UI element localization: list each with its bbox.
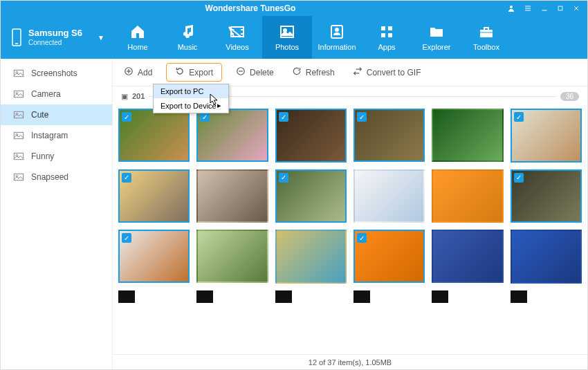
sidebar: ScreenshotsCameraCuteInstagramFunnySnaps… <box>1 59 113 369</box>
tab-information[interactable]: Information <box>312 16 362 59</box>
sidebar-item-instagram[interactable]: Instagram <box>1 125 112 146</box>
header-bar: Samsung S6 Connected ▼ HomeMusicVideosPh… <box>1 16 587 59</box>
tab-label: Toolbox <box>473 43 499 51</box>
checkmark-icon: ✓ <box>514 112 524 122</box>
album-icon <box>13 173 24 181</box>
plus-icon <box>124 66 134 78</box>
device-selector[interactable]: Samsung S6 Connected ▼ <box>1 16 113 59</box>
tab-photos[interactable]: Photos <box>262 16 312 59</box>
photo-grid: ✓✓✓✓✓✓✓✓✓✓ <box>118 109 582 284</box>
chevron-down-icon: ▼ <box>98 34 104 41</box>
sidebar-item-label: Snapseed <box>31 172 68 182</box>
photo-thumbnail[interactable] <box>196 230 268 283</box>
minus-icon <box>236 66 246 78</box>
svg-rect-21 <box>381 26 385 30</box>
tab-label: Apps <box>378 43 395 51</box>
photo-grid-scroll[interactable]: ✓✓✓✓✓✓✓✓✓✓ <box>113 106 587 354</box>
photo-thumbnail[interactable] <box>432 109 503 162</box>
photo-thumbnail[interactable]: ✓ <box>353 230 425 283</box>
refresh-button[interactable]: Refresh <box>288 64 339 81</box>
photo-thumbnail[interactable]: ✓ <box>275 109 347 163</box>
delete-label: Delete <box>250 68 274 77</box>
tab-apps[interactable]: Apps <box>362 16 412 59</box>
photo-thumbnail[interactable] <box>432 290 448 303</box>
music-icon <box>178 24 196 40</box>
photo-thumbnail[interactable] <box>511 230 582 284</box>
collapse-icon[interactable]: ▣ <box>121 92 128 101</box>
photo-thumbnail[interactable]: ✓ <box>118 109 190 162</box>
photo-thumbnail[interactable]: ✓ <box>196 109 268 162</box>
photo-thumbnail[interactable] <box>511 290 527 303</box>
sidebar-item-cute[interactable]: Cute <box>1 104 112 125</box>
add-button[interactable]: Add <box>120 64 156 81</box>
device-name: Samsung S6 <box>28 28 82 38</box>
checkmark-icon: ✓ <box>122 233 131 243</box>
sidebar-item-snapseed[interactable]: Snapseed <box>1 167 112 187</box>
device-info: Samsung S6 Connected <box>28 28 82 46</box>
photo-thumbnail[interactable]: ✓ <box>511 109 582 163</box>
photo-thumbnail[interactable] <box>353 290 370 303</box>
minimize-icon[interactable] <box>540 4 549 12</box>
sidebar-item-funny[interactable]: Funny <box>1 146 112 167</box>
album-icon <box>13 131 24 140</box>
photo-thumbnail[interactable]: ✓ <box>511 169 582 223</box>
body: ScreenshotsCameraCuteInstagramFunnySnaps… <box>1 59 587 369</box>
sidebar-item-screenshots[interactable]: Screenshots <box>1 63 112 84</box>
svg-rect-23 <box>381 33 385 37</box>
maximize-icon[interactable] <box>557 4 564 12</box>
svg-rect-31 <box>14 111 23 118</box>
photo-thumbnail[interactable] <box>196 290 213 303</box>
delete-button[interactable]: Delete <box>232 64 278 81</box>
svg-point-20 <box>336 28 338 31</box>
convert-gif-button[interactable]: Convert to GIF <box>349 64 425 81</box>
photo-thumbnail[interactable] <box>118 290 135 303</box>
photo-thumbnail[interactable]: ✓ <box>353 109 425 162</box>
photo-thumbnail[interactable]: ✓ <box>275 169 347 223</box>
checkmark-icon: ✓ <box>357 112 367 122</box>
photo-thumbnail[interactable]: ✓ <box>118 230 190 283</box>
status-text: 12 of 37 item(s), 1.05MB <box>309 358 392 367</box>
photo-thumbnail[interactable] <box>275 230 347 284</box>
tab-toolbox[interactable]: Toolbox <box>461 16 511 59</box>
photo-thumbnail[interactable] <box>432 169 503 223</box>
group-year: 201 <box>132 92 145 100</box>
tab-explorer[interactable]: Explorer <box>412 16 461 59</box>
svg-rect-22 <box>388 26 392 30</box>
tab-label: Home <box>127 43 147 51</box>
close-icon[interactable] <box>572 4 580 12</box>
tab-music[interactable]: Music <box>163 16 212 59</box>
svg-rect-5 <box>558 6 562 10</box>
toolbox-icon <box>477 24 495 40</box>
photo-thumbnail[interactable] <box>432 230 503 283</box>
photo-thumbnail[interactable] <box>196 169 268 223</box>
menu-icon[interactable] <box>524 4 532 12</box>
tab-home[interactable]: Home <box>113 16 163 59</box>
explorer-icon <box>428 24 445 40</box>
sidebar-item-camera[interactable]: Camera <box>1 84 112 104</box>
titlebar: Wondershare TunesGo <box>1 1 587 16</box>
sidebar-item-label: Funny <box>31 151 54 161</box>
svg-rect-33 <box>14 132 23 138</box>
tab-label: Information <box>318 43 356 51</box>
photos-icon <box>278 24 296 40</box>
checkmark-icon: ✓ <box>357 233 367 243</box>
photo-thumbnail[interactable] <box>275 290 292 303</box>
app-window: { "title": "Wondershare TunesGo", "devic… <box>0 0 588 370</box>
checkmark-icon: ✓ <box>200 112 210 122</box>
tab-videos[interactable]: Videos <box>212 16 262 59</box>
toolbar: Add Export Delete Refresh Convert to GIF <box>113 59 587 86</box>
album-icon <box>13 111 24 119</box>
tab-label: Photos <box>275 43 299 51</box>
refresh-label: Refresh <box>306 68 335 77</box>
photo-thumbnail[interactable]: ✓ <box>118 169 190 223</box>
export-label: Export <box>189 68 213 77</box>
user-icon[interactable] <box>507 4 515 12</box>
svg-rect-35 <box>14 153 23 159</box>
svg-rect-25 <box>480 30 493 37</box>
photo-thumbnail[interactable] <box>353 169 425 223</box>
export-button[interactable]: Export <box>166 63 222 82</box>
svg-point-0 <box>510 6 513 8</box>
album-icon <box>13 90 24 98</box>
convert-gif-label: Convert to GIF <box>367 68 421 77</box>
checkmark-icon: ✓ <box>122 112 131 122</box>
